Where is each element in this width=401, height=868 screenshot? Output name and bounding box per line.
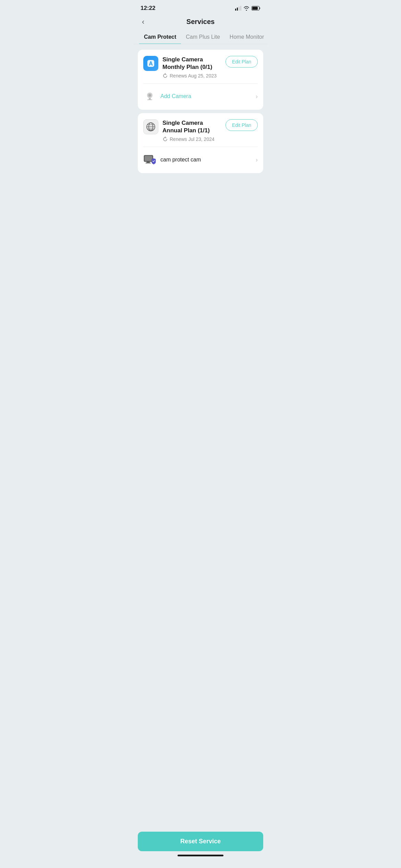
- add-camera-chevron: ›: [256, 93, 258, 100]
- cam-protect-cam-chevron: ›: [256, 156, 258, 164]
- monthly-plan-name: Single Camera Monthly Plan (0/1): [162, 56, 217, 71]
- monthly-plan-card: A Single Camera Monthly Plan (0/1) Renew…: [138, 50, 263, 110]
- monthly-plan-text: Single Camera Monthly Plan (0/1) Renews …: [162, 56, 217, 79]
- annual-plan-info: WWW Single Camera Annual Plan (1/1) Rene…: [143, 119, 222, 142]
- renew-icon: [162, 73, 168, 79]
- tabs-container: Cam Protect Cam Plus Lite Home Monitor: [134, 31, 267, 44]
- status-bar: 12:22: [134, 0, 267, 14]
- svg-rect-20: [147, 162, 150, 163]
- battery-icon: [252, 6, 260, 11]
- svg-rect-1: [237, 8, 238, 11]
- add-camera-icon: [143, 90, 156, 103]
- svg-rect-19: [145, 156, 153, 161]
- header: ‹ Services: [134, 14, 267, 31]
- monthly-plan-renew: Renews Aug 25, 2023: [162, 73, 217, 79]
- annual-plan-card: WWW Single Camera Annual Plan (1/1) Rene…: [138, 113, 263, 173]
- svg-rect-5: [252, 7, 258, 10]
- svg-rect-0: [235, 9, 236, 11]
- svg-text:WWW: WWW: [148, 129, 153, 131]
- annual-plan-icon: WWW: [143, 119, 158, 134]
- svg-rect-3: [240, 6, 241, 11]
- signal-icon: [235, 6, 241, 11]
- cam-protect-cam-icon: [143, 153, 156, 166]
- status-time: 12:22: [141, 5, 155, 12]
- monthly-plan-icon: A: [143, 56, 158, 71]
- add-camera-left: Add Camera: [143, 90, 191, 103]
- renew-icon-2: [162, 136, 168, 142]
- annual-plan-renew: Renews Jul 23, 2024: [162, 136, 215, 142]
- monthly-plan-info: A Single Camera Monthly Plan (0/1) Renew…: [143, 56, 222, 79]
- add-camera-row[interactable]: Add Camera ›: [143, 88, 258, 104]
- status-icons: [235, 6, 260, 11]
- tab-home-monitor[interactable]: Home Monitor: [225, 31, 267, 44]
- annual-plan-name: Single Camera Annual Plan (1/1): [162, 119, 215, 134]
- monthly-card-divider: [143, 83, 258, 84]
- main-content: A Single Camera Monthly Plan (0/1) Renew…: [134, 44, 267, 182]
- annual-plan-header: WWW Single Camera Annual Plan (1/1) Rene…: [143, 119, 258, 142]
- monthly-edit-plan-button[interactable]: Edit Plan: [226, 56, 258, 68]
- page-title: Services: [186, 18, 215, 26]
- back-button[interactable]: ‹: [141, 16, 146, 28]
- cam-protect-cam-left: cam protect cam: [143, 153, 201, 166]
- annual-card-divider: [143, 147, 258, 147]
- annual-plan-text: Single Camera Annual Plan (1/1) Renews J…: [162, 119, 215, 142]
- svg-point-9: [148, 94, 151, 97]
- tab-cam-plus-lite[interactable]: Cam Plus Lite: [181, 31, 225, 44]
- annual-edit-plan-button[interactable]: Edit Plan: [226, 119, 258, 131]
- svg-rect-21: [146, 163, 151, 164]
- tab-cam-protect[interactable]: Cam Protect: [139, 31, 181, 44]
- svg-rect-2: [239, 7, 240, 11]
- add-camera-label: Add Camera: [160, 93, 191, 99]
- cam-protect-cam-label: cam protect cam: [160, 157, 201, 163]
- cam-protect-cam-row[interactable]: cam protect cam ›: [143, 152, 258, 168]
- wifi-icon: [243, 6, 250, 11]
- svg-text:A: A: [149, 61, 153, 67]
- svg-rect-10: [149, 98, 151, 99]
- monthly-plan-header: A Single Camera Monthly Plan (0/1) Renew…: [143, 56, 258, 79]
- svg-rect-11: [147, 99, 152, 100]
